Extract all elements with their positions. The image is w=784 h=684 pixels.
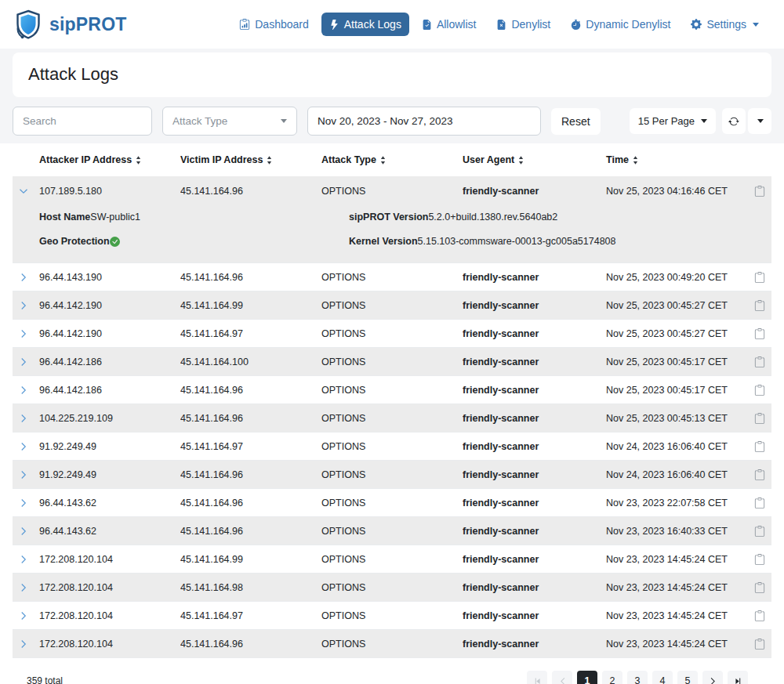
detail-value <box>110 236 120 247</box>
table-row: 96.44.143.62 45.141.164.96 OPTIONS frien… <box>13 517 771 545</box>
copy-to-clipboard-button[interactable] <box>748 328 771 339</box>
nav-item-attack-logs[interactable]: Attack Logs <box>321 13 409 36</box>
nav-item-dashboard[interactable]: Dashboard <box>231 13 317 36</box>
row-expander-chevron[interactable] <box>13 470 39 480</box>
row-expander-chevron[interactable] <box>13 442 39 451</box>
row-expander-chevron[interactable] <box>13 273 39 282</box>
row-expander-chevron[interactable] <box>13 329 39 338</box>
row-expander-chevron[interactable] <box>13 611 39 621</box>
reset-button[interactable]: Reset <box>551 108 601 135</box>
table-row: 96.44.142.190 45.141.164.99 OPTIONS frie… <box>13 291 771 320</box>
row-expander-chevron[interactable] <box>13 555 39 564</box>
copy-to-clipboard-button[interactable] <box>748 186 771 197</box>
nav-item-label: Attack Logs <box>344 18 401 31</box>
page-button-5[interactable]: 5 <box>677 671 698 684</box>
user-agent-cell: friendly-scanner <box>463 582 606 593</box>
time-cell: Nov 25, 2023 00:45:27 CET <box>606 328 748 339</box>
per-page-dropdown[interactable]: 15 Per Page <box>630 108 716 134</box>
refresh-options-dropdown[interactable] <box>748 108 771 134</box>
attacker-ip-cell: 172.208.120.104 <box>39 582 180 593</box>
time-cell: Nov 25, 2023 00:49:20 CET <box>606 272 748 283</box>
copy-to-clipboard-button[interactable] <box>748 526 771 537</box>
row-expander-chevron[interactable] <box>13 498 39 508</box>
row-expander-chevron[interactable] <box>13 385 39 395</box>
attacker-ip-cell: 96.44.143.62 <box>39 498 180 508</box>
column-label: Victim IP Address <box>180 154 263 165</box>
right-controls: 15 Per Page <box>630 108 771 134</box>
page-button-4[interactable]: 4 <box>652 671 673 684</box>
attack-type-cell: OPTIONS <box>321 639 463 650</box>
time-cell: Nov 23, 2023 22:07:58 CET <box>606 498 748 508</box>
attack-type-cell: OPTIONS <box>321 356 463 367</box>
row-expander-chevron[interactable] <box>13 357 39 367</box>
sort-icon <box>518 156 524 165</box>
stopwatch-icon <box>571 20 581 30</box>
copy-to-clipboard-button[interactable] <box>748 356 771 367</box>
victim-ip-cell: 45.141.164.96 <box>180 526 321 537</box>
next-page-button[interactable] <box>702 671 723 684</box>
attack-type-select[interactable]: Attack Type <box>162 107 297 136</box>
table-footer: 359 total 1 2 3 4 5 <box>13 658 771 684</box>
brand[interactable]: sipPROT <box>14 9 127 40</box>
user-agent-cell: friendly-scanner <box>463 498 606 508</box>
previous-page-button[interactable] <box>552 671 572 684</box>
table-row: 91.92.249.49 45.141.164.97 OPTIONS frien… <box>13 432 771 461</box>
attack-type-cell: OPTIONS <box>321 498 463 508</box>
chevron-down-icon <box>701 119 707 123</box>
nav-item-allowlist[interactable]: Allowlist <box>414 13 485 36</box>
copy-to-clipboard-button[interactable] <box>748 272 771 283</box>
row-expander-chevron[interactable] <box>13 583 39 592</box>
column-header-attacker-ip[interactable]: Attacker IP Address <box>39 154 180 165</box>
first-page-button[interactable] <box>527 671 547 684</box>
attacker-ip-cell: 104.225.219.109 <box>39 413 180 424</box>
column-header-time[interactable]: Time <box>606 154 748 165</box>
last-page-button[interactable] <box>728 671 748 684</box>
row-expander-chevron[interactable] <box>13 301 39 310</box>
copy-to-clipboard-button[interactable] <box>748 441 771 452</box>
column-header-user-agent[interactable]: User Agent <box>463 154 606 165</box>
date-range-input[interactable] <box>307 107 541 136</box>
nav-item-denylist[interactable]: Denylist <box>488 13 558 36</box>
page-button-2[interactable]: 2 <box>602 671 622 684</box>
table-row: 172.208.120.104 45.141.164.96 OPTIONS fr… <box>13 630 771 658</box>
column-header-attack-type[interactable]: Attack Type <box>321 154 463 165</box>
copy-to-clipboard-button[interactable] <box>748 300 771 311</box>
user-agent-cell: friendly-scanner <box>463 526 606 537</box>
detail-item: sipPROT Version5.2.0+build.1380.rev.5640… <box>349 212 771 223</box>
page-button-1[interactable]: 1 <box>577 671 597 684</box>
chevron-down-icon <box>753 23 759 27</box>
nav-item-dynamic-denylist[interactable]: Dynamic Denylist <box>563 13 678 36</box>
row-expander-chevron[interactable] <box>13 527 39 536</box>
sort-icon <box>267 156 272 165</box>
copy-to-clipboard-button[interactable] <box>748 639 771 650</box>
copy-to-clipboard-button[interactable] <box>748 413 771 424</box>
table-row: 104.225.219.109 45.141.164.96 OPTIONS fr… <box>13 404 771 432</box>
user-agent-cell: friendly-scanner <box>463 300 606 311</box>
sort-icon <box>633 156 638 165</box>
row-expander-chevron[interactable] <box>13 639 39 649</box>
refresh-button[interactable] <box>722 108 746 134</box>
copy-to-clipboard-button[interactable] <box>748 582 771 593</box>
copy-to-clipboard-button[interactable] <box>748 610 771 621</box>
copy-to-clipboard-button[interactable] <box>748 385 771 396</box>
row-expander-chevron[interactable] <box>13 186 39 196</box>
attack-type-cell: OPTIONS <box>321 554 463 565</box>
copy-to-clipboard-button[interactable] <box>748 554 771 565</box>
column-header-victim-ip[interactable]: Victim IP Address <box>180 154 321 165</box>
search-input[interactable] <box>13 107 152 136</box>
nav-item-settings[interactable]: Settings <box>683 13 767 36</box>
victim-ip-cell: 45.141.164.96 <box>180 272 321 283</box>
row-expander-chevron[interactable] <box>13 414 39 423</box>
copy-to-clipboard-button[interactable] <box>748 498 771 508</box>
column-label: Time <box>606 154 629 165</box>
pagination: 1 2 3 4 5 <box>527 671 748 684</box>
main-nav: Dashboard Attack Logs Allowlist Denylist… <box>231 13 767 36</box>
copy-to-clipboard-button[interactable] <box>748 469 771 480</box>
attacker-ip-cell: 172.208.120.104 <box>39 610 180 621</box>
page-button-3[interactable]: 3 <box>627 671 648 684</box>
table-row: 172.208.120.104 45.141.164.98 OPTIONS fr… <box>13 574 771 602</box>
time-cell: Nov 23, 2023 16:40:33 CET <box>606 526 748 537</box>
time-cell: Nov 24, 2023 16:06:40 CET <box>606 469 748 480</box>
file-x-icon <box>496 20 506 30</box>
victim-ip-cell: 45.141.164.100 <box>180 356 321 367</box>
